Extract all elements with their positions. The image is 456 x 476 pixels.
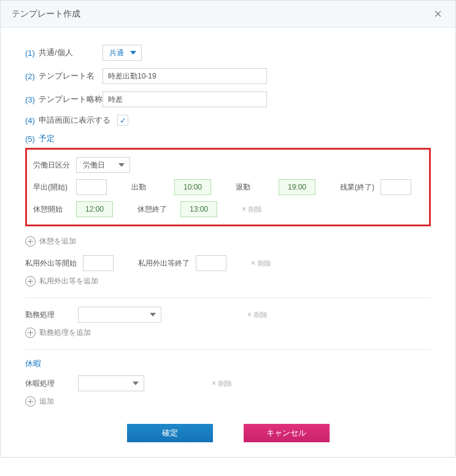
row-workday-type: 労働日区分 労働日	[33, 157, 423, 173]
divider	[25, 298, 431, 298]
row-scope: (1) 共通/個人 共通	[25, 45, 431, 61]
break-end-label: 休憩終了	[137, 204, 174, 215]
label-template-name: (2) テンプレート名	[25, 71, 102, 82]
step-number-1: (1)	[25, 48, 35, 58]
delete-work-proc-button[interactable]: 削除	[247, 310, 268, 320]
work-proc-label: 勤務処理	[25, 310, 72, 320]
add-outing-label: 私用外出等を追加	[39, 276, 98, 286]
delete-label: 削除	[258, 259, 271, 268]
outing-end-input[interactable]	[196, 255, 226, 271]
chevron-down-icon	[130, 51, 136, 55]
delete-vacation-proc-button[interactable]: 削除	[212, 379, 232, 388]
overtime-end-label: 残業(終了)	[340, 182, 374, 193]
plus-icon	[25, 276, 36, 286]
template-name-input[interactable]	[102, 68, 267, 84]
chevron-down-icon	[133, 382, 139, 385]
confirm-label: 確定	[162, 428, 178, 439]
workday-type-value: 労働日	[83, 160, 105, 171]
clock-out-label: 退勤	[236, 182, 272, 193]
row-template-abbr: (3) テンプレート略称	[25, 91, 431, 107]
cancel-button[interactable]: キャンセル	[244, 424, 330, 442]
delete-label: 削除	[249, 205, 262, 214]
workday-type-select[interactable]: 労働日	[76, 157, 130, 173]
show-on-apply-label: 申請画面に表示する	[39, 115, 110, 126]
scope-label: 共通/個人	[39, 47, 73, 58]
label-template-abbr: (3) テンプレート略称	[25, 94, 102, 105]
row-show-on-apply: (4) 申請画面に表示する ✓	[25, 115, 431, 126]
add-outing-button[interactable]: 私用外出等を追加	[25, 276, 98, 286]
row-work-proc: 勤務処理 削除	[25, 307, 431, 323]
add-work-proc-button[interactable]: 勤務処理を追加	[25, 328, 91, 338]
outing-start-input[interactable]	[83, 255, 114, 271]
vacation-title: 休暇	[25, 358, 431, 369]
template-abbr-label: テンプレート略称	[39, 94, 102, 105]
row-vacation-proc: 休暇処理 削除	[25, 375, 431, 391]
early-start-label: 早出(開始)	[33, 182, 70, 193]
break-end-input[interactable]	[180, 201, 217, 217]
add-vacation-button[interactable]: 追加	[25, 396, 54, 407]
chevron-down-icon	[118, 163, 125, 167]
work-proc-select[interactable]	[78, 307, 161, 323]
add-break-label: 休憩を追加	[39, 236, 76, 247]
step-number-5: (5)	[25, 134, 35, 144]
clock-in-label: 出勤	[131, 182, 168, 193]
dialog-title: テンプレート作成	[12, 9, 80, 20]
vacation-proc-select[interactable]	[78, 375, 144, 391]
delete-outing-button[interactable]: 削除	[251, 259, 271, 268]
add-break-button[interactable]: 休憩を追加	[25, 236, 76, 247]
scope-select-value: 共通	[109, 48, 124, 58]
clock-out-input[interactable]	[279, 179, 315, 195]
row-template-name: (2) テンプレート名	[25, 68, 431, 84]
clock-in-input[interactable]	[174, 179, 211, 195]
delete-label: 削除	[254, 310, 268, 320]
plus-icon	[25, 328, 36, 338]
step-number-3: (3)	[25, 95, 35, 104]
delete-label: 削除	[218, 379, 232, 388]
dialog-footer-buttons: 確定 キャンセル	[25, 424, 431, 442]
divider	[25, 349, 431, 350]
overtime-end-input[interactable]	[381, 179, 411, 195]
step-number-2: (2)	[25, 72, 35, 81]
close-icon[interactable]: ×	[431, 6, 444, 22]
template-abbr-input[interactable]	[102, 91, 267, 107]
break-start-input[interactable]	[76, 201, 113, 217]
dialog: テンプレート作成 × (1) 共通/個人 共通 (2) テンプレート名 (3)	[0, 0, 456, 458]
schedule-section: 労働日区分 労働日 早出(開始) 出勤 退勤 残業(終了)	[25, 148, 431, 409]
outing-end-label: 私用外出等終了	[138, 258, 190, 269]
template-name-label: テンプレート名	[39, 71, 95, 82]
highlight-box: 労働日区分 労働日 早出(開始) 出勤 退勤 残業(終了)	[25, 148, 431, 226]
label-schedule: (5) 予定	[25, 133, 102, 144]
scope-select[interactable]: 共通	[102, 45, 142, 61]
plus-icon	[25, 396, 36, 407]
cancel-label: キャンセル	[266, 428, 306, 439]
label-scope: (1) 共通/個人	[25, 47, 102, 58]
check-icon: ✓	[120, 116, 126, 125]
row-clock-times: 早出(開始) 出勤 退勤 残業(終了)	[33, 179, 423, 195]
label-show-on-apply: (4) 申請画面に表示する	[25, 115, 117, 126]
outing-start-label: 私用外出等開始	[25, 258, 77, 269]
dialog-header: テンプレート作成 ×	[1, 1, 455, 28]
early-start-input[interactable]	[76, 179, 107, 195]
step-number-4: (4)	[25, 116, 35, 125]
row-schedule-head: (5) 予定	[25, 133, 431, 144]
break-start-label: 休憩開始	[33, 204, 70, 215]
workday-type-label: 労働日区分	[33, 160, 70, 171]
show-on-apply-checkbox[interactable]: ✓	[117, 115, 128, 126]
add-work-proc-label: 勤務処理を追加	[39, 328, 91, 338]
dialog-body: (1) 共通/個人 共通 (2) テンプレート名 (3) テンプレート略称	[1, 28, 455, 457]
delete-break-button[interactable]: 削除	[242, 205, 262, 214]
confirm-button[interactable]: 確定	[127, 424, 213, 442]
add-vacation-label: 追加	[39, 396, 54, 407]
row-break-times: 休憩開始 休憩終了 削除	[33, 201, 423, 217]
schedule-title: 予定	[39, 133, 55, 144]
chevron-down-icon	[150, 313, 156, 317]
row-outing: 私用外出等開始 私用外出等終了 削除	[25, 255, 431, 271]
vacation-proc-label: 休暇処理	[25, 378, 72, 389]
plus-icon	[25, 236, 36, 247]
